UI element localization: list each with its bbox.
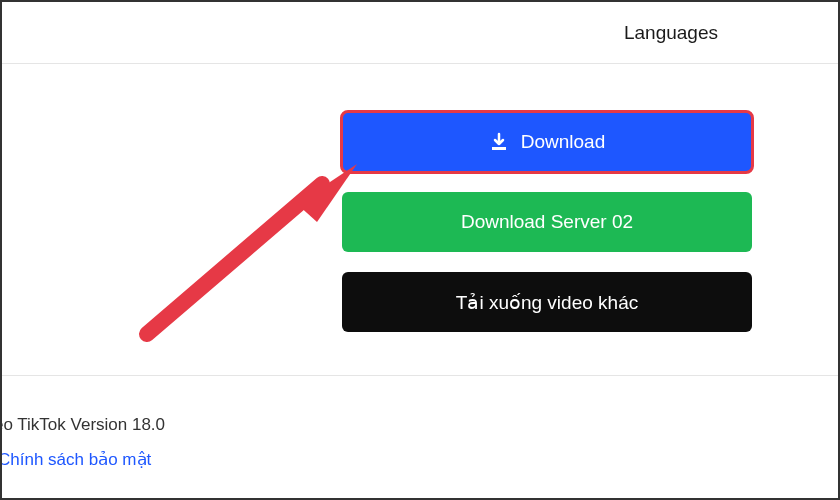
download-server-02-label: Download Server 02	[461, 211, 633, 233]
version-text: eo TikTok Version 18.0	[0, 415, 165, 435]
svg-rect-0	[492, 147, 506, 150]
languages-dropdown[interactable]: Languages	[624, 22, 718, 44]
main-content: Download Download Server 02 Tải xuống vi…	[2, 64, 838, 498]
footer: eo TikTok Version 18.0 Chính sách bảo mậ…	[2, 395, 165, 470]
footer-divider	[2, 375, 840, 376]
download-other-button[interactable]: Tải xuống video khác	[342, 272, 752, 332]
header: Languages	[2, 2, 838, 64]
annotation-arrow	[117, 164, 357, 344]
svg-line-2	[147, 184, 322, 334]
download-button-label: Download	[521, 131, 606, 153]
download-icon	[489, 132, 509, 152]
download-other-label: Tải xuống video khác	[456, 291, 638, 314]
download-button[interactable]: Download	[342, 112, 752, 172]
download-server-02-button[interactable]: Download Server 02	[342, 192, 752, 252]
privacy-policy-link[interactable]: Chính sách bảo mật	[0, 449, 165, 470]
download-buttons-group: Download Download Server 02 Tải xuống vi…	[342, 112, 752, 352]
